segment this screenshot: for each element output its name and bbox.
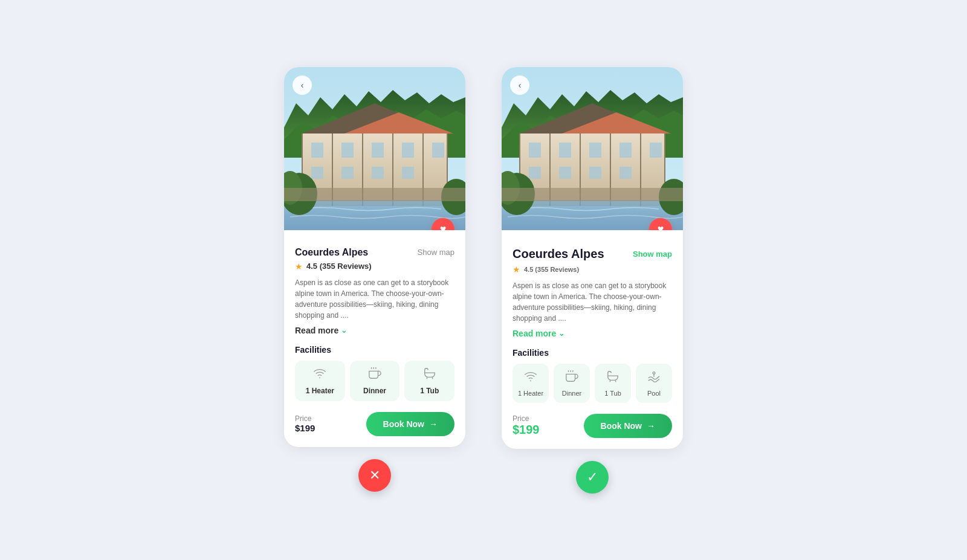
reject-button[interactable]: ✕: [358, 459, 391, 492]
svg-rect-15: [402, 143, 414, 158]
accept-button[interactable]: ✓: [576, 461, 609, 494]
card-column-card-right: ‹♥Coeurdes AlpesShow map★4.5 (355 Review…: [502, 67, 683, 494]
facility-1-heater: 1 Heater: [513, 364, 549, 403]
svg-rect-44: [529, 143, 541, 158]
read-more-button[interactable]: Read more ⌄: [295, 326, 454, 335]
tub-icon: [606, 370, 619, 386]
book-now-label: Book Now: [383, 419, 424, 429]
star-icon: ★: [513, 265, 520, 274]
page-wrapper: ‹♥Coeurdes AlpesShow map★4.5 (355 Review…: [260, 43, 707, 518]
card-title: Coeurdes Alpes: [295, 247, 368, 258]
rating-row: ★4.5 (355 Reviews): [295, 262, 454, 271]
chevron-down-icon: ⌄: [558, 329, 564, 338]
price-label: Price: [295, 414, 315, 423]
facility-pool: Pool: [636, 364, 672, 403]
book-now-button[interactable]: Book Now→: [366, 412, 454, 436]
facility-1-tub: 1 Tub: [595, 364, 631, 403]
svg-point-58: [530, 380, 531, 381]
facilities-row: 1 HeaterDinner1 Tub: [295, 361, 454, 401]
book-now-button[interactable]: Book Now→: [584, 414, 672, 438]
read-more-label: Read more: [295, 326, 338, 335]
rating-value: 4.5 (355 Reviews): [524, 266, 579, 273]
price-value: $199: [513, 423, 540, 437]
svg-rect-52: [619, 167, 632, 179]
svg-point-26: [319, 377, 320, 378]
facility-name: Dinner: [562, 390, 581, 397]
price-value: $199: [295, 423, 315, 433]
svg-rect-14: [372, 143, 384, 158]
back-button[interactable]: ‹: [293, 76, 312, 95]
card-title-row: Coeurdes AlpesShow map: [513, 247, 672, 261]
show-map-link[interactable]: Show map: [633, 249, 672, 259]
card-body: Coeurdes AlpesShow map★4.5 (355 Reviews)…: [284, 230, 465, 447]
svg-rect-50: [559, 167, 571, 179]
facilities-label: Facilities: [295, 345, 454, 355]
card-image-wrapper: ‹♥: [502, 67, 683, 230]
card-column-card-left: ‹♥Coeurdes AlpesShow map★4.5 (355 Review…: [284, 67, 465, 492]
svg-rect-57: [502, 188, 683, 201]
dinner-icon: [565, 370, 578, 386]
card-title-row: Coeurdes AlpesShow map: [295, 247, 454, 258]
svg-rect-18: [341, 167, 354, 179]
svg-rect-46: [589, 143, 601, 158]
svg-rect-51: [589, 167, 601, 179]
svg-rect-49: [529, 167, 541, 179]
star-icon: ★: [295, 262, 303, 271]
price-info: Price$199: [513, 414, 540, 437]
price-row: Price$199Book Now→: [513, 414, 672, 438]
svg-rect-48: [650, 143, 662, 158]
svg-rect-20: [402, 167, 414, 179]
facility-name: Dinner: [363, 387, 386, 395]
facility-name: 1 Heater: [306, 387, 334, 395]
facility-name: 1 Heater: [518, 390, 543, 397]
book-now-label: Book Now: [601, 421, 642, 431]
rating-value: 4.5 (355 Reviews): [306, 262, 372, 271]
facility-name: Pool: [647, 390, 661, 397]
svg-rect-19: [372, 167, 384, 179]
wifi-icon: [524, 370, 537, 386]
facility-dinner: Dinner: [554, 364, 590, 403]
price-row: Price$199Book Now→: [295, 412, 454, 436]
read-more-button[interactable]: Read more ⌄: [513, 329, 672, 338]
price-label: Price: [513, 414, 540, 423]
description-text: Aspen is as close as one can get to a st…: [295, 277, 454, 321]
pool-icon: [647, 370, 661, 386]
svg-rect-45: [559, 143, 571, 158]
arrow-right-icon: →: [647, 421, 655, 431]
facilities-row: 1 HeaterDinner1 TubPool: [513, 364, 672, 403]
card-image-wrapper: ‹♥: [284, 67, 465, 230]
show-map-link[interactable]: Show map: [418, 248, 454, 257]
back-button[interactable]: ‹: [510, 76, 529, 95]
arrow-right-icon: →: [429, 419, 438, 429]
dinner-icon: [368, 367, 381, 383]
card-title: Coeurdes Alpes: [513, 247, 604, 261]
svg-rect-12: [311, 143, 323, 158]
svg-point-64: [653, 372, 655, 374]
facility-dinner: Dinner: [350, 361, 400, 401]
facility-name: 1 Tub: [604, 390, 621, 397]
card-body: Coeurdes AlpesShow map★4.5 (355 Reviews)…: [502, 230, 683, 449]
svg-rect-16: [432, 143, 444, 158]
price-info: Price$199: [295, 414, 315, 433]
read-more-label: Read more: [513, 329, 556, 338]
chevron-down-icon: ⌄: [341, 326, 347, 335]
facilities-label: Facilities: [513, 348, 672, 358]
svg-rect-25: [284, 188, 465, 201]
description-text: Aspen is as close as one can get to a st…: [513, 280, 672, 324]
wifi-icon: [313, 367, 326, 383]
card-left: ‹♥Coeurdes AlpesShow map★4.5 (355 Review…: [284, 67, 465, 447]
facility-name: 1 Tub: [420, 387, 439, 395]
svg-rect-17: [311, 167, 323, 179]
tub-icon: [423, 367, 436, 383]
card-right: ‹♥Coeurdes AlpesShow map★4.5 (355 Review…: [502, 67, 683, 449]
svg-rect-13: [341, 143, 354, 158]
facility-1-tub: 1 Tub: [404, 361, 454, 401]
svg-rect-47: [619, 143, 632, 158]
facility-1-heater: 1 Heater: [295, 361, 345, 401]
rating-row: ★4.5 (355 Reviews): [513, 265, 672, 274]
